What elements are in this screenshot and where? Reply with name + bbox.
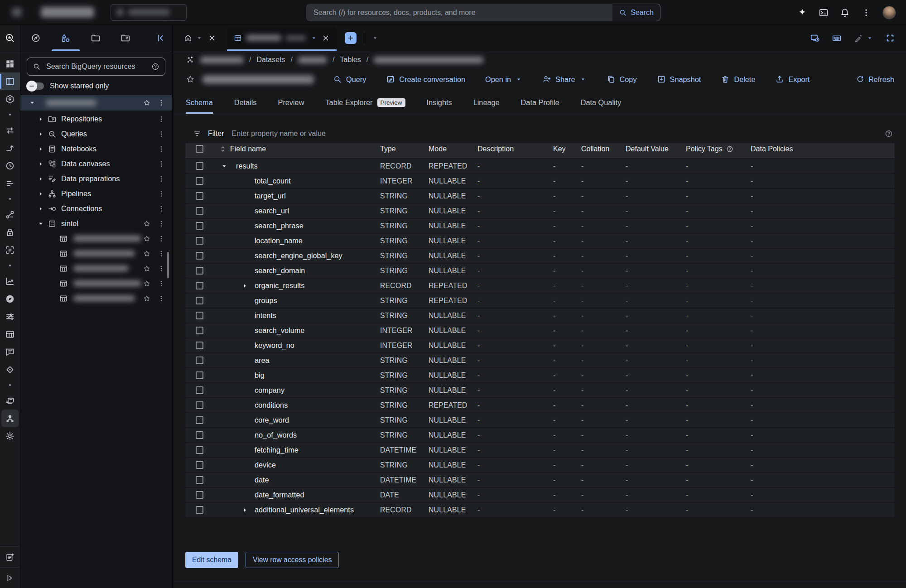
rail-item-gemini[interactable]: [0, 361, 20, 378]
tab-data-profile[interactable]: Data Profile: [521, 98, 559, 114]
rail-item-settings[interactable]: [0, 427, 20, 445]
tree-item-table[interactable]: [20, 261, 172, 276]
tab-details[interactable]: Details: [234, 98, 257, 114]
create-conversation-button[interactable]: Create conversation: [386, 75, 465, 84]
notifications-bell-icon[interactable]: [840, 8, 850, 18]
tree-item-dataset-sintel[interactable]: sintel: [20, 216, 172, 231]
cloud-shell-icon[interactable]: [819, 8, 829, 18]
chevron-right-icon[interactable]: [241, 282, 249, 289]
chevron-down-icon[interactable]: [37, 220, 45, 227]
row-checkbox[interactable]: [196, 252, 203, 260]
search-input[interactable]: [306, 4, 612, 21]
rail-item-policies[interactable]: [0, 241, 20, 259]
chevron-right-icon[interactable]: [241, 506, 249, 514]
chevron-right-icon[interactable]: [37, 145, 45, 153]
tab-data-quality[interactable]: Data Quality: [581, 98, 622, 114]
project-tree-row[interactable]: [20, 95, 172, 111]
help-icon[interactable]: [885, 130, 893, 138]
explorer-search-input[interactable]: [45, 62, 147, 71]
row-checkbox[interactable]: [196, 342, 203, 349]
split-tab-icon[interactable]: [810, 33, 820, 43]
row-checkbox[interactable]: [196, 177, 203, 185]
row-checkbox[interactable]: [196, 446, 203, 454]
tree-item-table[interactable]: [20, 231, 172, 246]
menu-icon[interactable]: [12, 8, 22, 17]
explorer-search-box[interactable]: [27, 58, 165, 76]
rail-item-tables[interactable]: [0, 325, 20, 343]
tree-item-pipelines[interactable]: Pipelines: [20, 186, 172, 201]
row-checkbox[interactable]: [196, 371, 203, 379]
tree-item-queries[interactable]: Queries: [20, 126, 172, 141]
tree-item-table[interactable]: [20, 291, 172, 306]
rail-item-welcome[interactable]: [0, 55, 20, 72]
rail-item-history[interactable]: [0, 157, 20, 174]
copy-button[interactable]: Copy: [607, 75, 637, 84]
rail-item-secure[interactable]: [0, 223, 20, 241]
rail-item-expand-panel[interactable]: [0, 568, 20, 588]
tab-lineage[interactable]: Lineage: [473, 98, 500, 114]
rail-item-studio[interactable]: [0, 72, 20, 90]
explorer-tab-resources[interactable]: [51, 25, 80, 51]
row-checkbox[interactable]: [196, 386, 203, 394]
rail-item-tune[interactable]: [0, 308, 20, 325]
rail-item-data-transfers[interactable]: [0, 121, 20, 139]
gemini-edit-icon[interactable]: [853, 33, 863, 43]
rail-item-navigate[interactable]: [0, 290, 20, 308]
row-checkbox[interactable]: [196, 506, 203, 514]
fullscreen-icon[interactable]: [885, 33, 895, 43]
chevron-down-icon[interactable]: [196, 34, 203, 42]
row-checkbox[interactable]: [196, 416, 203, 424]
chevron-right-icon[interactable]: [37, 160, 45, 168]
gemini-sparkle-icon[interactable]: [797, 8, 807, 18]
breadcrumb-segment[interactable]: Tables: [340, 56, 361, 64]
view-row-access-button[interactable]: View row access policies: [246, 552, 339, 568]
chevron-down-icon[interactable]: [29, 99, 36, 106]
home-tab[interactable]: [173, 34, 222, 43]
close-icon[interactable]: [322, 34, 330, 42]
row-checkbox[interactable]: [196, 327, 203, 334]
rail-item-migration[interactable]: [0, 139, 20, 157]
row-checkbox[interactable]: [196, 461, 203, 469]
more-vertical-icon[interactable]: [861, 8, 871, 18]
row-checkbox[interactable]: [196, 267, 203, 275]
breadcrumb-segment[interactable]: Datasets: [256, 56, 285, 64]
rail-item-governance[interactable]: [0, 90, 20, 108]
active-table-tab[interactable]: [227, 26, 337, 51]
rail-item-support-chat[interactable]: [0, 343, 20, 361]
rail-item-bigquery-logo[interactable]: [0, 25, 20, 51]
share-button[interactable]: Share: [542, 75, 586, 84]
kebab-icon[interactable]: [157, 99, 165, 107]
tree-item-connections[interactable]: Connections: [20, 201, 172, 216]
collapse-panel-icon[interactable]: [155, 33, 165, 43]
star-icon[interactable]: [143, 99, 151, 107]
chevron-right-icon[interactable]: [37, 190, 45, 198]
rail-item-sharing[interactable]: [0, 206, 20, 223]
chevron-down-icon[interactable]: [866, 34, 873, 42]
search-button[interactable]: Search: [612, 4, 660, 21]
query-button[interactable]: Query: [333, 75, 366, 84]
select-all-checkbox[interactable]: [196, 145, 203, 153]
refresh-button[interactable]: Refresh: [856, 75, 894, 84]
chevron-right-icon[interactable]: [37, 205, 45, 212]
row-checkbox[interactable]: [196, 192, 203, 200]
chevron-right-icon[interactable]: [37, 116, 45, 123]
explorer-scrollbar[interactable]: [167, 252, 169, 278]
tab-schema[interactable]: Schema: [186, 98, 213, 114]
chevron-down-icon[interactable]: [310, 34, 318, 42]
show-starred-toggle[interactable]: [28, 82, 44, 90]
row-checkbox[interactable]: [196, 162, 203, 170]
row-checkbox[interactable]: [196, 237, 203, 245]
row-checkbox[interactable]: [196, 312, 203, 319]
explorer-tab-files[interactable]: [81, 25, 110, 51]
row-checkbox[interactable]: [196, 431, 203, 439]
chevron-down-icon[interactable]: [221, 163, 228, 170]
row-checkbox[interactable]: [196, 476, 203, 484]
row-checkbox[interactable]: [196, 297, 203, 304]
keyboard-shortcuts-icon[interactable]: [832, 33, 842, 43]
row-checkbox[interactable]: [196, 491, 203, 499]
new-tab-button[interactable]: [345, 32, 357, 44]
rail-item-hub[interactable]: [1, 410, 19, 427]
tab-overflow-caret[interactable]: [371, 34, 379, 42]
edit-schema-button[interactable]: Edit schema: [185, 552, 238, 568]
rail-item-queues[interactable]: [0, 174, 20, 192]
